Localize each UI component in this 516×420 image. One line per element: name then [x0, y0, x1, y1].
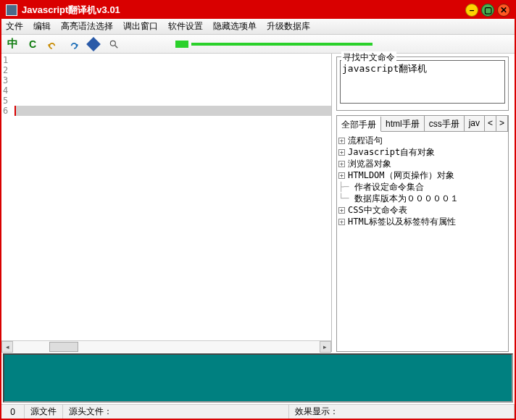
- search-input[interactable]: javascript翻译机: [340, 60, 505, 104]
- status-effect: 效果显示：: [289, 405, 515, 419]
- status-line-count: 0: [1, 405, 25, 419]
- progress-head-icon: [175, 41, 188, 48]
- line-number: 3: [3, 75, 13, 85]
- tab-js[interactable]: jav: [465, 116, 485, 131]
- undo-button[interactable]: [46, 38, 59, 51]
- menu-syntax[interactable]: 高亮语法选择: [61, 20, 113, 33]
- tree-node[interactable]: ├─ 作者设定命令集合: [338, 181, 507, 193]
- svg-line-1: [115, 45, 118, 48]
- tree-connector-icon: ├─: [338, 182, 354, 192]
- tree-label: 浏览器对象: [348, 159, 391, 169]
- c-mode-button[interactable]: C: [26, 38, 39, 51]
- code-area[interactable]: [14, 54, 331, 340]
- menu-upgrade[interactable]: 升级数据库: [267, 20, 310, 33]
- menu-popout[interactable]: 调出窗口: [123, 20, 158, 33]
- right-pane: 寻找中文命令 javascript翻译机 全部手册 html手册 css手册 j…: [332, 54, 515, 352]
- line-number: 1: [3, 55, 13, 65]
- tree-label: HTML标签以及标签特有属性: [348, 217, 456, 227]
- search-legend: 寻找中文命令: [341, 51, 396, 64]
- expand-icon[interactable]: +: [338, 219, 345, 225]
- expand-icon[interactable]: +: [338, 138, 345, 144]
- redo-icon: [68, 39, 78, 49]
- progress-bar-icon: [191, 43, 373, 46]
- menu-edit[interactable]: 编辑: [33, 20, 51, 33]
- tab-scroll-left[interactable]: <: [485, 116, 496, 131]
- menubar: 文件 编辑 高亮语法选择 调出窗口 软件设置 隐藏选项单 升级数据库: [1, 19, 515, 35]
- tree-label: Javascript自有对象: [348, 147, 435, 157]
- menu-file[interactable]: 文件: [6, 20, 23, 33]
- scroll-right-button[interactable]: ▸: [320, 341, 331, 353]
- code-editor[interactable]: 1 2 3 4 5 6: [1, 54, 331, 340]
- manual-tree[interactable]: +流程语句 +Javascript自有对象 +浏览器对象 +HTMLDOM（网页…: [337, 132, 508, 351]
- svg-point-0: [110, 41, 115, 46]
- minimize-button[interactable]: –: [465, 4, 478, 17]
- tree-label: 流程语句: [348, 135, 383, 146]
- expand-icon[interactable]: +: [338, 161, 345, 167]
- scroll-thumb[interactable]: [49, 342, 78, 352]
- statusbar: 0 源文件 源头文件： 效果显示：: [1, 404, 515, 419]
- tree-label: CSS中文命令表: [348, 205, 407, 215]
- app-window: Javascript翻译机v3.01 – ▢ ✕ 文件 编辑 高亮语法选择 调出…: [0, 0, 516, 420]
- editor-pane: 1 2 3 4 5 6 ◂ ▸: [1, 54, 332, 352]
- titlebar[interactable]: Javascript翻译机v3.01 – ▢ ✕: [1, 1, 515, 19]
- tree-node[interactable]: +浏览器对象: [338, 158, 507, 169]
- line-number: 6: [3, 106, 13, 116]
- chinese-mode-button[interactable]: 中: [6, 38, 19, 51]
- scroll-left-button[interactable]: ◂: [1, 341, 13, 353]
- output-panel[interactable]: [3, 353, 513, 403]
- line-number: 2: [3, 65, 13, 75]
- redo-button[interactable]: [67, 38, 80, 51]
- expand-icon[interactable]: +: [338, 207, 345, 214]
- scroll-track[interactable]: [13, 341, 320, 353]
- tree-connector-icon: └─: [338, 193, 354, 203]
- undo-icon: [48, 39, 58, 49]
- status-source-head: 源头文件：: [63, 405, 289, 419]
- toolbar: 中 C: [1, 35, 515, 54]
- manual-panel: 全部手册 html手册 css手册 jav < > +流程语句 +Javascr…: [336, 115, 509, 352]
- menu-hidden[interactable]: 隐藏选项单: [213, 20, 257, 33]
- line-number: 5: [3, 96, 13, 106]
- body-area: 1 2 3 4 5 6 ◂ ▸: [1, 54, 515, 352]
- tree-node[interactable]: └─ 数据库版本为０００００１: [338, 193, 507, 204]
- app-icon: [6, 4, 17, 16]
- tree-node[interactable]: +CSS中文命令表: [338, 204, 507, 216]
- window-title: Javascript翻译机v3.01: [22, 4, 462, 17]
- search-group: 寻找中文命令 javascript翻译机: [336, 56, 509, 111]
- caret-icon: [14, 106, 16, 116]
- line-number: 4: [3, 85, 13, 96]
- tree-node[interactable]: +HTML标签以及标签特有属性: [338, 216, 507, 227]
- package-button[interactable]: [87, 38, 100, 51]
- status-source-file: 源文件: [25, 405, 63, 419]
- tab-html[interactable]: html手册: [381, 116, 425, 131]
- tree-label: 作者设定命令集合: [354, 182, 424, 192]
- active-line-highlight: [14, 106, 331, 116]
- maximize-button[interactable]: ▢: [481, 4, 494, 17]
- search-button[interactable]: [107, 38, 120, 51]
- magnifier-icon: [109, 39, 119, 49]
- tree-node[interactable]: +HTMLDOM（网页操作）对象: [338, 169, 507, 181]
- menu-settings[interactable]: 软件设置: [168, 20, 203, 33]
- tab-css[interactable]: css手册: [425, 116, 465, 131]
- tree-label: HTMLDOM（网页操作）对象: [348, 170, 454, 180]
- horizontal-scrollbar[interactable]: ◂ ▸: [1, 340, 331, 352]
- tab-all[interactable]: 全部手册: [337, 117, 381, 132]
- expand-icon[interactable]: +: [338, 149, 345, 156]
- expand-icon[interactable]: +: [338, 172, 345, 179]
- tree-node[interactable]: +流程语句: [338, 135, 507, 146]
- close-button[interactable]: ✕: [497, 4, 510, 17]
- line-gutter: 1 2 3 4 5 6: [1, 54, 14, 340]
- progress-indicator: [175, 41, 373, 48]
- tree-label: 数据库版本为０００００１: [354, 193, 459, 203]
- manual-tabs: 全部手册 html手册 css手册 jav < >: [337, 116, 508, 132]
- cube-icon: [86, 37, 101, 51]
- tab-scroll-right[interactable]: >: [496, 116, 508, 131]
- tree-node[interactable]: +Javascript自有对象: [338, 146, 507, 158]
